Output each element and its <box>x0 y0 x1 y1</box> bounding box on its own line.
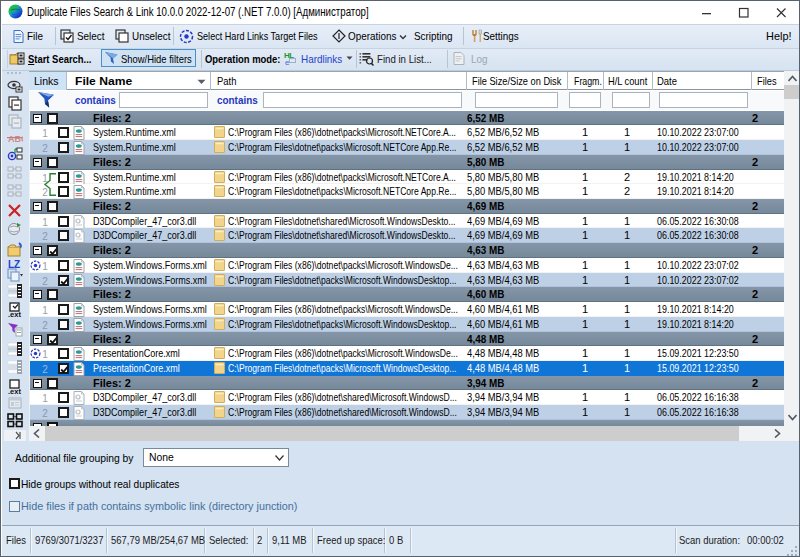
svg-text:.ext: .ext <box>8 387 21 395</box>
svg-text:ABC: ABC <box>8 134 23 144</box>
svg-text:.ext: .ext <box>8 310 21 318</box>
